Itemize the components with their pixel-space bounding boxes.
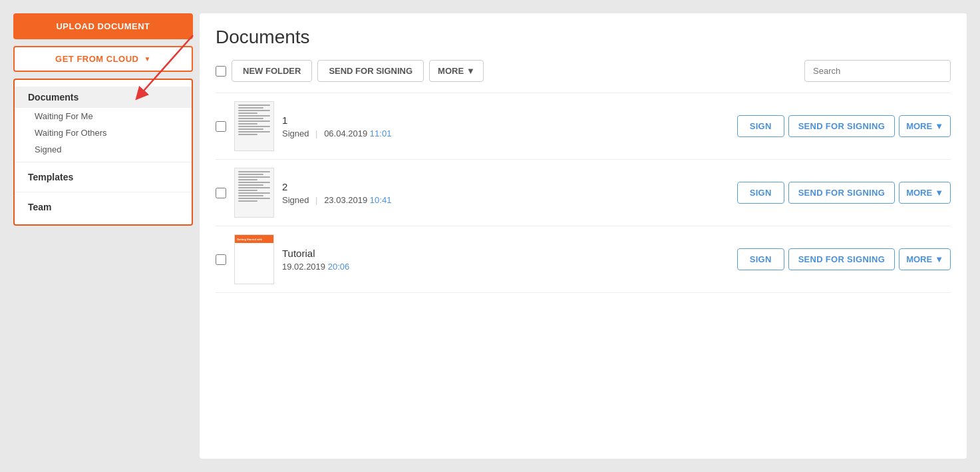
sidebar: UPLOAD DOCUMENT GET FROM CLOUD ▼ Documen… (13, 13, 193, 459)
thumb-line (238, 131, 270, 132)
doc-time-3: 20:06 (328, 262, 350, 272)
thumb-line (238, 110, 270, 111)
doc-thumbnail-2 (234, 168, 274, 218)
sign-button-2[interactable]: SIGN (737, 182, 784, 204)
table-row: 1 Signed | 06.04.2019 11:01 SIGN SEND FO… (216, 93, 951, 159)
doc-name-1: 1 (282, 115, 729, 126)
more-label-2: MORE (906, 188, 932, 198)
thumb-line (238, 113, 257, 114)
separator: | (315, 195, 317, 205)
send-for-signing-button-3[interactable]: SEND FOR SIGNING (788, 248, 895, 270)
new-folder-button[interactable]: NEW FOLDER (232, 60, 312, 82)
more-label-3: MORE (906, 254, 932, 264)
thumb-line (238, 195, 263, 196)
doc-status-2: Signed (282, 195, 309, 205)
thumb-line (238, 176, 270, 178)
thumb-line (238, 182, 270, 183)
more-toolbar-label: MORE (438, 66, 464, 76)
main-content: Documents NEW FOLDER SEND FOR SIGNING MO… (200, 13, 967, 459)
tutorial-header-text: Getting Started with (237, 238, 262, 241)
sign-button-1[interactable]: SIGN (737, 115, 784, 137)
doc-checkbox-3[interactable] (216, 254, 226, 265)
sidebar-item-waiting-for-me[interactable]: Waiting For Me (15, 108, 192, 124)
chevron-down-icon: ▼ (935, 254, 943, 264)
doc-info-2: 2 Signed | 23.03.2019 10:41 (282, 181, 729, 205)
sidebar-item-team[interactable]: Team (15, 196, 192, 218)
table-row: 2 Signed | 23.03.2019 10:41 SIGN SEND FO… (216, 159, 951, 226)
doc-checkbox-1[interactable] (216, 121, 226, 132)
thumb-line (238, 126, 270, 127)
doc-meta-1: Signed | 06.04.2019 11:01 (282, 128, 729, 138)
thumb-line (238, 123, 257, 124)
doc-date-3: 19.02.2019 (282, 262, 325, 272)
doc-thumbnail-3: Getting Started with (234, 234, 274, 284)
search-input[interactable] (804, 60, 951, 82)
thumb-line (238, 179, 257, 180)
sign-button-3[interactable]: SIGN (737, 248, 784, 270)
sidebar-item-templates[interactable]: Templates (15, 166, 192, 188)
thumb-line (238, 107, 263, 109)
doc-date-2: 23.03.2019 (324, 195, 367, 205)
more-button-2[interactable]: MORE ▼ (899, 182, 951, 204)
doc-date-1: 06.04.2019 (324, 128, 367, 138)
get-from-cloud-button[interactable]: GET FROM CLOUD ▼ (13, 46, 193, 72)
more-button-1[interactable]: MORE ▼ (899, 115, 951, 137)
thumb-line (238, 171, 270, 172)
thumb-line (238, 184, 263, 186)
separator: | (315, 128, 317, 138)
doc-meta-2: Signed | 23.03.2019 10:41 (282, 195, 729, 205)
sidebar-item-documents[interactable]: Documents (15, 87, 192, 108)
thumb-line (238, 192, 270, 194)
doc-time-1: 11:01 (370, 128, 392, 138)
get-cloud-label: GET FROM CLOUD (55, 54, 138, 64)
doc-actions-3: SIGN SEND FOR SIGNING MORE ▼ (737, 248, 951, 270)
doc-time-2: 10:41 (370, 195, 392, 205)
doc-actions-1: SIGN SEND FOR SIGNING MORE ▼ (737, 115, 951, 137)
doc-name-2: 2 (282, 181, 729, 192)
doc-actions-2: SIGN SEND FOR SIGNING MORE ▼ (737, 182, 951, 204)
more-button-3[interactable]: MORE ▼ (899, 248, 951, 270)
doc-status-1: Signed (282, 128, 309, 138)
thumb-line (238, 120, 270, 122)
send-for-signing-toolbar-button[interactable]: SEND FOR SIGNING (317, 60, 424, 82)
chevron-down-icon: ▼ (935, 121, 943, 131)
chevron-down-icon: ▼ (466, 66, 475, 76)
thumb-line (238, 128, 263, 130)
toolbar: NEW FOLDER SEND FOR SIGNING MORE ▼ (216, 60, 951, 82)
more-toolbar-button[interactable]: MORE ▼ (429, 60, 484, 82)
thumb-line (238, 190, 257, 191)
thumb-line (238, 118, 263, 119)
thumb-line (238, 115, 270, 117)
page-title: Documents (216, 27, 951, 48)
thumb-line (238, 200, 257, 202)
select-all-checkbox[interactable] (216, 66, 226, 77)
doc-checkbox-2[interactable] (216, 188, 226, 198)
doc-thumbnail-1 (234, 101, 274, 151)
doc-name-3: Tutorial (282, 248, 729, 259)
sidebar-divider (15, 162, 192, 162)
more-label-1: MORE (906, 121, 932, 131)
doc-info-1: 1 Signed | 06.04.2019 11:01 (282, 115, 729, 138)
doc-meta-3: 19.02.2019 20:06 (282, 262, 729, 272)
thumb-line (238, 105, 270, 106)
sidebar-divider-2 (15, 192, 192, 192)
chevron-down-icon: ▼ (935, 188, 943, 198)
sidebar-item-waiting-for-others[interactable]: Waiting For Others (15, 124, 192, 141)
thumb-line (238, 174, 263, 175)
send-for-signing-button-2[interactable]: SEND FOR SIGNING (788, 182, 895, 204)
sidebar-nav: Documents Waiting For Me Waiting For Oth… (13, 79, 193, 226)
thumb-line (238, 134, 257, 135)
chevron-down-icon: ▼ (144, 55, 151, 63)
document-list: 1 Signed | 06.04.2019 11:01 SIGN SEND FO… (216, 93, 951, 293)
thumb-line (238, 187, 270, 188)
upload-document-button[interactable]: UPLOAD DOCUMENT (13, 13, 193, 39)
sidebar-item-signed[interactable]: Signed (15, 141, 192, 158)
send-for-signing-button-1[interactable]: SEND FOR SIGNING (788, 115, 895, 137)
doc-info-3: Tutorial 19.02.2019 20:06 (282, 248, 729, 272)
table-row: Getting Started with Tutorial (216, 226, 951, 293)
thumb-line (238, 198, 270, 199)
